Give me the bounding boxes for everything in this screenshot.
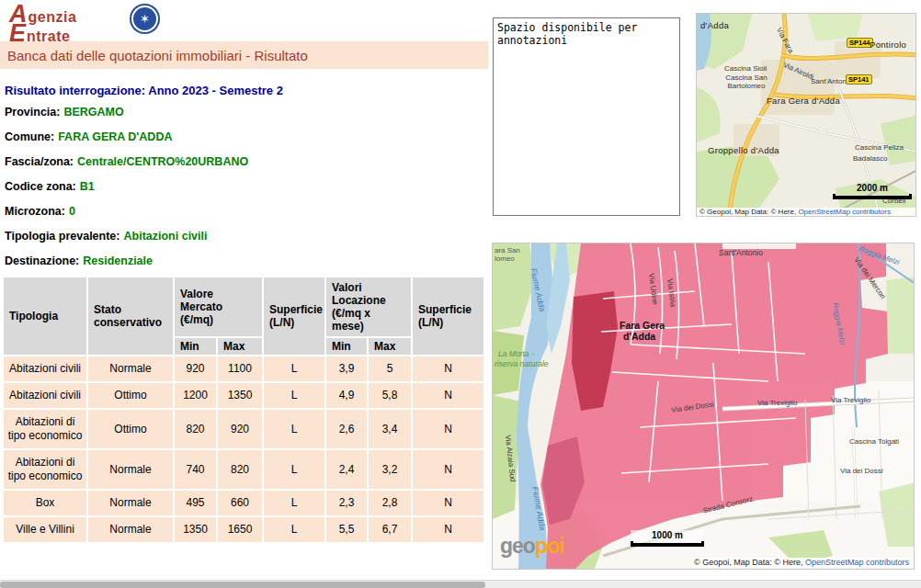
col-header-max-locazione: Max bbox=[369, 338, 411, 355]
cell-min: 4,9 bbox=[326, 383, 367, 408]
cell-min: 3,9 bbox=[326, 356, 367, 381]
field-comune: Comune:FARA GERA D'ADDA bbox=[5, 130, 172, 143]
field-label: Destinazione: bbox=[5, 254, 79, 267]
map-label-place: Cascina San Bartolomeo bbox=[722, 74, 770, 91]
field-label: Fascia/zona: bbox=[5, 155, 74, 168]
map-label-town: Pontirolo bbox=[870, 40, 906, 50]
cell-superficie: N bbox=[413, 517, 483, 542]
horizontal-scrollbar[interactable] bbox=[0, 580, 921, 588]
map-label-town: Groppello d'Adda bbox=[708, 146, 779, 155]
map-scale-label: 2000 m bbox=[857, 183, 888, 193]
field-label: Provincia: bbox=[5, 106, 60, 119]
cell-tipologia: Abitazioni civili bbox=[4, 356, 86, 381]
col-header-tipologia: Tipologia bbox=[4, 277, 86, 355]
map-label-place: Cascina Sioli bbox=[724, 65, 767, 74]
table-row: Abitazioni civiliOttimo12001350L4,95,8N bbox=[4, 383, 483, 408]
italy-emblem-icon: ✶ bbox=[130, 4, 160, 34]
map-label-nature: riserva naturale bbox=[495, 360, 549, 368]
col-header-superficie-1: Superficie (L/N) bbox=[264, 277, 324, 355]
cell-max: 1650 bbox=[218, 517, 262, 542]
overview-map[interactable]: d'Adda Via Fara Via Airoldi SP144 Pontir… bbox=[696, 13, 916, 217]
cell-tipologia: Ville e Villini bbox=[4, 517, 86, 542]
cell-min: 920 bbox=[175, 356, 216, 381]
attribution-link[interactable]: OpenStreetMap contributors bbox=[805, 558, 909, 567]
col-header-min-locazione: Min bbox=[326, 338, 367, 355]
cell-max: 920 bbox=[218, 410, 262, 448]
geopoi-logo-poi: poi bbox=[535, 534, 564, 558]
field-label: Codice zona: bbox=[5, 180, 76, 193]
attribution-text: © Geopoi, Map Data: © Here, bbox=[694, 558, 805, 567]
attribution-link[interactable]: OpenStreetMap contributors bbox=[798, 208, 891, 216]
field-value: Residenziale bbox=[83, 254, 153, 267]
map-label-town: Fara Gera bbox=[620, 321, 665, 332]
cell-max: 3,2 bbox=[369, 450, 411, 489]
field-label: Microzona: bbox=[5, 205, 65, 218]
field-destinazione: Destinazione:Residenziale bbox=[5, 254, 153, 267]
table-row: Abitazioni di tipo economicoOttimo820920… bbox=[4, 410, 483, 448]
cell-stato: Normale bbox=[88, 356, 173, 381]
cell-max: 3,4 bbox=[369, 410, 411, 448]
map-label-town: d'Adda bbox=[700, 21, 729, 30]
cell-superficie: N bbox=[413, 356, 483, 381]
map-scale-bar bbox=[631, 541, 704, 547]
map-scale: 1000 m bbox=[631, 530, 704, 547]
cell-max: 660 bbox=[218, 491, 262, 515]
table-row: Abitazioni di tipo economicoNormale74082… bbox=[4, 450, 483, 489]
cell-max: 1350 bbox=[218, 383, 262, 408]
cell-min: 740 bbox=[175, 450, 216, 489]
cell-stato: Ottimo bbox=[88, 383, 173, 408]
cell-min: 1200 bbox=[175, 383, 216, 408]
map-label-place: Sant'Antonio bbox=[719, 249, 763, 257]
field-microzona: Microzona:0 bbox=[5, 205, 75, 218]
field-label: Comune: bbox=[5, 130, 54, 143]
cell-stato: Ottimo bbox=[88, 410, 173, 448]
cell-superficie: L bbox=[264, 450, 324, 489]
cell-min: 2,6 bbox=[326, 410, 367, 448]
map-scale: 2000 m bbox=[833, 183, 912, 199]
page-root: A genzia E ntrate ✶ Banca dati delle quo… bbox=[0, 0, 921, 588]
cell-min: 2,4 bbox=[326, 450, 367, 489]
quotations-table: Tipologia Stato conservativo Valore Merc… bbox=[2, 276, 485, 544]
cell-stato: Normale bbox=[88, 517, 173, 542]
field-tipologia-prevalente: Tipologia prevalente:Abitazioni civili bbox=[5, 230, 208, 243]
table-row: Abitazioni civiliNormale9201100L3,95N bbox=[4, 356, 483, 381]
table-row: Ville e VilliniNormale13501650L5,56,7N bbox=[4, 517, 483, 542]
scrollbar-thumb[interactable] bbox=[0, 582, 485, 588]
cell-superficie: N bbox=[413, 491, 483, 515]
map-label-street: Via Treviglio bbox=[757, 400, 797, 408]
cell-min: 495 bbox=[175, 491, 216, 515]
cell-stato: Normale bbox=[88, 491, 173, 515]
cell-superficie: N bbox=[413, 383, 483, 408]
cell-max: 6,7 bbox=[369, 517, 411, 542]
cell-superficie: L bbox=[264, 491, 324, 515]
map-label-town: d'Adda bbox=[623, 332, 655, 343]
agenzia-entrate-logo: A genzia E ntrate bbox=[9, 2, 76, 46]
field-value: BERGAMO bbox=[63, 106, 123, 119]
table-row: BoxNormale495660L2,32,8N bbox=[4, 491, 483, 515]
cell-min: 820 bbox=[175, 410, 216, 448]
field-value: 0 bbox=[69, 205, 75, 218]
cell-superficie: N bbox=[413, 410, 483, 448]
road-badge-sp141: SP141 bbox=[846, 74, 872, 85]
col-header-valore-mercato: Valore Mercato (€/mq) bbox=[175, 277, 262, 336]
cell-superficie: L bbox=[264, 356, 324, 381]
col-header-valori-locazione: Valori Locazione (€/mq x mese) bbox=[326, 277, 411, 336]
geopoi-logo-geo: geo bbox=[500, 534, 535, 558]
page-title: Banca dati delle quotazioni immobiliari … bbox=[7, 48, 308, 63]
map-attribution: © Geopoi, Map Data: © Here, OpenStreetMa… bbox=[691, 558, 912, 567]
geopoi-logo: geopoi bbox=[500, 534, 563, 559]
map-label-place: Cascina Tolgati bbox=[849, 438, 899, 447]
cell-max: 1100 bbox=[218, 356, 262, 381]
cell-tipologia: Abitazioni civili bbox=[4, 383, 86, 408]
annotations-textarea[interactable]: Spazio disponibile per annotazioni bbox=[493, 17, 680, 216]
col-header-max-mercato: Max bbox=[218, 338, 262, 355]
map-label-street: Via dei Dossi bbox=[840, 468, 883, 476]
field-fascia-zona: Fascia/zona:Centrale/CENTRO%20URBANO bbox=[5, 155, 248, 168]
map-label-town: Fara Gera d'Adda bbox=[767, 96, 840, 106]
zone-map[interactable]: ara San lomeo Sant'Antonio Fiume Adda Vi… bbox=[492, 243, 915, 570]
col-header-superficie-2: Superficie (L/N) bbox=[413, 277, 483, 355]
field-label: Tipologia prevalente: bbox=[5, 230, 120, 243]
field-value: B1 bbox=[80, 180, 95, 193]
cell-superficie: N bbox=[413, 450, 483, 489]
map-scale-label: 1000 m bbox=[652, 530, 683, 540]
